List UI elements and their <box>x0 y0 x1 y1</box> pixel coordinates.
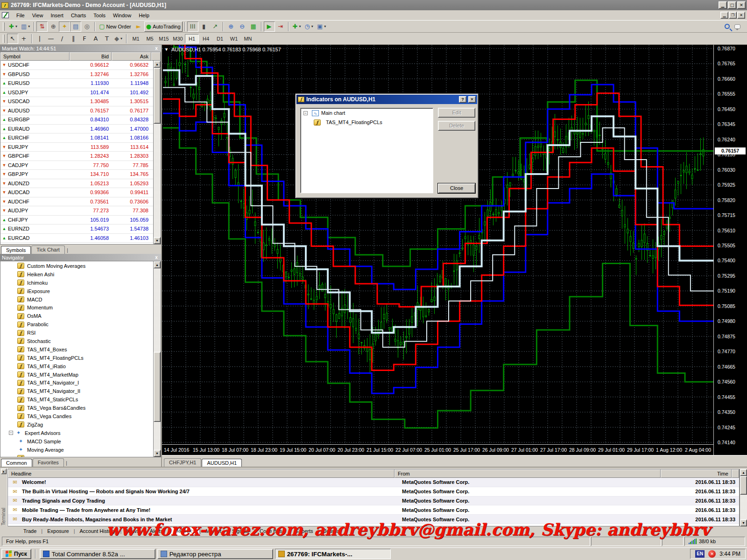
templates-menu-button[interactable]: ▣▾ <box>315 21 328 32</box>
scroll-thumb[interactable] <box>740 476 747 495</box>
timeframe-d1[interactable]: D1 <box>213 34 227 43</box>
mailbox-row[interactable]: ✉Buy Ready-Made Robots, Magazines and Bo… <box>8 515 739 524</box>
terminal-tab-signals[interactable]: Signals <box>227 528 254 534</box>
column-from[interactable]: From <box>395 469 661 478</box>
channel-tool[interactable]: ∥ <box>68 34 79 44</box>
market-watch-row-eurjpy[interactable]: ▼EURJPY113.589113.614 <box>0 143 153 152</box>
terminal-tab-experts[interactable]: Experts <box>291 528 317 534</box>
market-watch-row-eurcad[interactable]: ▲EURCAD1.460581.46103 <box>0 234 153 243</box>
market-watch-row-usdchf[interactable]: ▼USDCHF0.966120.96632 <box>0 61 153 70</box>
security-shield-icon[interactable]: ✕ <box>708 550 716 558</box>
market-watch-toggle[interactable]: ⇅ <box>36 21 48 32</box>
tree-item-indicator[interactable]: ƒ TAS_MT4_FloatingPCLs <box>301 118 433 127</box>
navigator-item-partial[interactable]: ƒ <box>0 454 153 457</box>
column-symbol[interactable]: Symbol <box>0 52 70 61</box>
market-watch-row-gbpusd[interactable]: ▼GBPUSD1.327461.32766 <box>0 70 153 79</box>
market-watch-row-euraud[interactable]: ▲EURAUD1.469601.47000 <box>0 125 153 134</box>
market-watch-row-audjpy[interactable]: ▼AUDJPY77.27377.308 <box>0 206 153 216</box>
navigator-item-momentum[interactable]: ƒMomentum <box>0 303 153 312</box>
market-watch-row-cadjpy[interactable]: ▼CADJPY77.75077.785 <box>0 161 153 170</box>
navigator-item-iexposure[interactable]: ƒiExposure <box>0 287 153 295</box>
scroll-up-icon[interactable]: ▲ <box>740 469 747 476</box>
indicators-list[interactable]: − ∿ Main chart ƒ TAS_MT4_FloatingPCLs <box>300 108 433 193</box>
vertical-line-tool[interactable]: | <box>34 34 45 44</box>
navigator-item-tas-mt4-navigator-i[interactable]: ƒTAS_MT4_Navigator_I <box>0 378 153 387</box>
mailbox-row[interactable]: ✉Trading Signals and Copy TradingMetaQuo… <box>8 497 739 506</box>
terminal-tab-mailbox[interactable]: Mailbox7 <box>169 527 200 535</box>
market-watch-row-audchf[interactable]: ▼AUDCHF0.735610.73606 <box>0 197 153 207</box>
data-window-toggle[interactable]: ⊕ <box>48 21 59 32</box>
tab-favorites[interactable]: Favorites <box>33 458 64 467</box>
price-axis[interactable]: 0.76157 0.768700.767650.766600.765550.76… <box>713 45 747 455</box>
new-order-button[interactable]: ▢New Order <box>97 21 133 32</box>
menu-file[interactable]: File <box>13 11 28 20</box>
navigator-item-tas-mt4-navigator-ii[interactable]: ƒTAS_MT4_Navigator_II <box>0 387 153 395</box>
navigator-item-expert-advisors[interactable]: −✦Expert Advisors <box>0 429 153 437</box>
navigator-item-tas-vega-bars-candles[interactable]: ƒTAS_Vega Bars&Candles <box>0 404 153 412</box>
timeframe-m30[interactable]: M30 <box>171 34 185 43</box>
chart-shift-toggle[interactable]: ⇥ <box>275 21 286 32</box>
timeframe-m1[interactable]: M1 <box>129 34 143 43</box>
collapse-icon[interactable]: − <box>303 111 308 115</box>
tab-common[interactable]: Common <box>1 459 32 467</box>
navigator-item-moving-average[interactable]: ✦Moving Average <box>0 446 153 454</box>
menu-window[interactable]: Window <box>109 11 135 20</box>
bars-mode-button[interactable]: ☰ <box>187 21 198 32</box>
market-watch-row-chfjpy[interactable]: ▲CHFJPY105.019105.059 <box>0 216 153 225</box>
navigator-item-macd[interactable]: ƒMACD <box>0 295 153 304</box>
timeframe-w1[interactable]: W1 <box>227 34 241 43</box>
scroll-up-icon[interactable]: ▲ <box>154 61 161 68</box>
navigator-item-osma[interactable]: ƒOsMA <box>0 312 153 320</box>
edit-button[interactable]: Edit <box>438 108 475 118</box>
chat-icon[interactable] <box>734 24 740 29</box>
dialog-help-button[interactable]: ? <box>459 96 466 103</box>
child-restore-button[interactable]: ❐ <box>729 12 737 19</box>
navigator-item-tas-mt4-marketmap[interactable]: ƒTAS_MT4_MarketMap <box>0 371 153 379</box>
menu-view[interactable]: View <box>28 11 47 20</box>
collapse-icon[interactable]: − <box>9 431 13 435</box>
navigator-item-stochastic[interactable]: ƒStochastic <box>0 337 153 345</box>
scroll-down-icon[interactable]: ▼ <box>740 519 747 526</box>
tile-windows-button[interactable]: ▦ <box>248 21 259 32</box>
mailbox-row[interactable]: ✉Mobile Trading — Trade from Anywhere at… <box>8 505 739 515</box>
market-watch-row-eurchf[interactable]: ▲EURCHF1.081411.08166 <box>0 133 153 143</box>
timeframe-h4[interactable]: H4 <box>199 34 213 43</box>
menu-tools[interactable]: Tools <box>90 11 109 20</box>
menu-charts[interactable]: Charts <box>67 11 90 20</box>
expert-advisors-button[interactable]: ► <box>133 21 144 32</box>
navigator-item-tas-mt4-boxes[interactable]: ƒTAS_MT4_Boxes <box>0 345 153 354</box>
maximize-button[interactable]: □ <box>728 1 736 9</box>
scroll-thumb[interactable] <box>154 68 161 124</box>
candles-mode-button[interactable]: ▮ <box>198 21 210 32</box>
navigator-titlebar[interactable]: Navigator x <box>0 254 161 261</box>
text-tool[interactable]: A <box>90 34 101 44</box>
new-chart-button[interactable]: ✚▾ <box>7 21 19 32</box>
zoom-in-button[interactable]: ⊕ <box>226 21 237 32</box>
market-watch-row-gbpchf[interactable]: ▼GBPCHF1.282431.28303 <box>0 152 153 161</box>
chart-tab-chfjpy[interactable]: CHFJPY,H1 <box>164 458 201 467</box>
navigator-item-parabolic[interactable]: ƒParabolic <box>0 320 153 329</box>
trendline-tool[interactable]: / <box>56 34 68 44</box>
timeframe-m5[interactable]: M5 <box>143 34 157 43</box>
strategy-tester-toggle[interactable]: ◎ <box>81 21 92 32</box>
menu-insert[interactable]: Insert <box>47 11 67 20</box>
time-axis[interactable]: 14 Jul 201615 Jul 13:0018 Jul 07:0018 Ju… <box>162 444 713 455</box>
dialog-titlebar[interactable]: ƒ Indicators on AUDUSD,H1 ? ✕ <box>296 95 477 104</box>
shapes-menu-button[interactable]: ◆▾ <box>113 34 124 44</box>
navigator-item-rsi[interactable]: ƒRSI <box>0 329 153 337</box>
language-indicator[interactable]: EN <box>695 550 705 558</box>
autotrading-button[interactable]: ●AutoTrading <box>144 21 183 32</box>
delete-button[interactable]: Delete <box>438 121 475 131</box>
navigator-scrollbar[interactable]: ▲ ▼ <box>153 261 161 457</box>
terminal-tab-account-history[interactable]: Account History <box>75 528 120 534</box>
taskbar-task-registry-editor[interactable]: Редактор реестра <box>157 549 273 559</box>
market-watch-row-eurgbp[interactable]: ▲EURGBP0.843100.84328 <box>0 115 153 125</box>
timeframe-h1[interactable]: H1 <box>185 34 199 43</box>
navigator-item-ichimoku[interactable]: ƒIchimoku <box>0 279 153 287</box>
navigator-item-tas-mt4-floatingpcls[interactable]: ƒTAS_MT4_FloatingPCLs <box>0 354 153 362</box>
cursor-tool[interactable]: ↖ <box>7 34 18 44</box>
market-watch-titlebar[interactable]: Market Watch: 14:44:51 x <box>0 45 161 52</box>
crosshair-tool[interactable]: + <box>18 34 29 44</box>
navigator-item-zigzag[interactable]: ƒZigZag <box>0 420 153 429</box>
navigator-item-tas-vega-candles[interactable]: ƒTAS_Vega Candles <box>0 412 153 420</box>
